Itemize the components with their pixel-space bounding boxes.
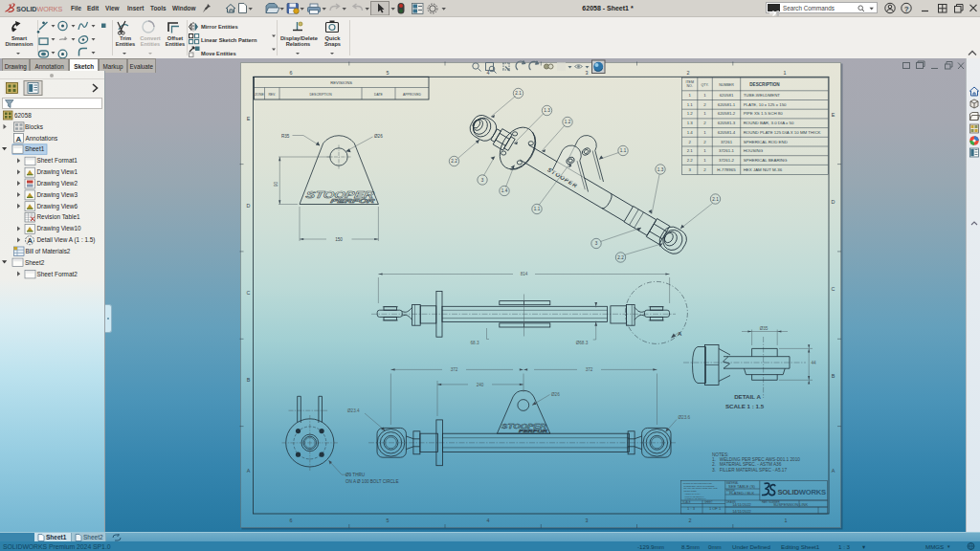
svg-text:1: 1 [784,70,787,76]
svg-text:2.1: 2.1 [515,91,522,96]
svg-text:A: A [247,468,251,474]
svg-text:14/11/2022: 14/11/2022 [732,509,751,514]
svg-text:D: D [247,203,251,209]
svg-text:A: A [678,331,682,337]
svg-text:4: 4 [487,518,490,523]
svg-text:2: 2 [688,140,691,144]
svg-text:620581-1: 620581-1 [718,102,736,107]
svg-text:PLATED / BLK: PLATED / BLK [729,491,754,496]
svg-text:37261-2: 37261-2 [719,158,735,163]
svg-text:2.1: 2.1 [712,197,719,202]
svg-text:620581-3: 620581-3 [718,121,736,125]
svg-text:1: 1 [688,93,691,98]
svg-text:1 OF 1: 1 OF 1 [709,506,722,511]
svg-text:B: B [832,373,835,379]
svg-text:2.2: 2.2 [617,255,624,260]
svg-text:3: 3 [595,241,598,246]
svg-text:620581-2: 620581-2 [718,111,736,116]
svg-text:1.1: 1.1 [534,207,541,211]
svg-text:B: B [247,377,251,383]
svg-text:1.3: 1.3 [544,108,550,113]
svg-text:D: D [832,199,835,205]
svg-text:REV.: REV. [268,93,276,97]
svg-text:1.1: 1.1 [620,148,627,153]
svg-text:E: E [832,112,835,118]
svg-text:A: A [28,236,33,245]
svg-text:PERFOR: PERFOR [330,199,376,205]
svg-text:C: C [832,286,835,292]
svg-text:H-778965: H-778965 [717,167,736,172]
svg-text:1.2: 1.2 [687,111,694,116]
svg-text:PERFOR: PERFOR [519,429,547,433]
svg-text:68.3: 68.3 [471,341,479,345]
svg-text:SHEET: SHEET [704,500,713,504]
svg-text:REVISIONS: REVISIONS [330,80,352,85]
svg-text:SOLIDWORKS: SOLIDWORKS [778,488,826,496]
svg-text:ZONE: ZONE [255,93,264,97]
svg-text:Ø35: Ø35 [760,326,768,331]
svg-text:DRAWN AND TOLERANCED PER ASME: DRAWN AND TOLERANCED PER ASME [684,487,719,489]
svg-text:Ø68.3: Ø68.3 [576,341,589,345]
svg-text:2: 2 [703,121,706,125]
svg-text:NOTES:: NOTES: [712,452,728,457]
svg-text:3. FILLER MATERIAL SPEC - A5: 3. FILLER MATERIAL SPEC - A5.17 [712,468,788,473]
svg-text:620581: 620581 [720,93,734,98]
svg-text:?: ? [904,5,909,13]
svg-text:APPROVED: APPROVED [403,93,421,97]
svg-text:1.4: 1.4 [501,188,508,193]
svg-text:1: 1 [703,148,706,153]
svg-text:R35: R35 [281,134,290,139]
svg-text:90: 90 [274,182,278,187]
svg-text:E: E [247,116,251,121]
svg-text:HOUSING: HOUSING [744,148,764,153]
svg-text:2.2: 2.2 [687,158,694,163]
svg-text:2: 2 [689,518,692,523]
svg-text:Ø26: Ø26 [374,134,383,139]
svg-text:1.3: 1.3 [687,121,694,125]
svg-text:HEX JAM NUT M-36: HEX JAM NUT M-36 [744,167,783,172]
svg-text:2: 2 [703,167,706,172]
svg-text:1: 1 [703,130,706,135]
svg-text:3: 3 [481,178,484,183]
svg-text:1: 1 [703,111,706,116]
svg-text:2.2: 2.2 [451,159,457,164]
svg-text:DESCRIPTION: DESCRIPTION [309,93,332,97]
svg-text:NO.: NO. [687,84,693,88]
svg-text:2: 2 [703,140,706,144]
svg-text:ROUND BAR, 3.0 DIA x 50: ROUND BAR, 3.0 DIA x 50 [744,121,794,125]
svg-text:PLATE, 10 x 125 x 150: PLATE, 10 x 125 x 150 [744,102,787,107]
svg-text:814: 814 [521,272,528,276]
svg-text:5: 5 [387,518,390,523]
svg-text:5: 5 [387,70,390,76]
svg-text:DESCRIPTION: DESCRIPTION [749,82,780,87]
svg-text:SUSPENSION LINK: SUSPENSION LINK [773,502,809,507]
svg-text:SCALE: SCALE [682,500,691,504]
svg-text:DIMENSIONS ARE IN MILLIMETERS: DIMENSIONS ARE IN MILLIMETERS [684,485,716,487]
svg-text:14/11/2022: 14/11/2022 [732,502,751,507]
svg-text:3: 3 [586,518,589,523]
svg-text:SOLIDWORKS: SOLIDWORKS [16,5,62,13]
svg-text:UNLESS OTHERWISE SPECIFIED:: UNLESS OTHERWISE SPECIFIED: [683,482,713,484]
svg-text:1: 1 [703,93,706,98]
svg-text:620581-4: 620581-4 [718,130,736,135]
svg-text:372: 372 [586,367,593,372]
svg-text:Ø9 THRU: Ø9 THRU [345,473,365,477]
svg-text:3: 3 [688,167,691,172]
svg-text:Ø23.4: Ø23.4 [347,408,360,413]
svg-text:A: A [832,468,835,474]
svg-text:Ø26: Ø26 [551,392,560,397]
svg-text:SEE TABLE (S): SEE TABLE (S) [728,484,756,489]
svg-text:2.1: 2.1 [687,148,694,153]
svg-text:A: A [16,135,22,143]
svg-text:QTY.: QTY. [702,83,709,87]
svg-text:1: 1 [785,518,788,523]
svg-text:2: 2 [703,102,706,107]
svg-text:PIPE XS 1.5 SCH 80: PIPE XS 1.5 SCH 80 [744,111,784,116]
svg-text:Ø23.6: Ø23.6 [679,415,691,420]
svg-text:SPHERICAL BEARING: SPHERICAL BEARING [744,158,788,163]
svg-text:6: 6 [290,518,293,523]
svg-text:6: 6 [290,70,293,76]
svg-text:372: 372 [451,367,458,372]
svg-text:TUBE-WELDMENT: TUBE-WELDMENT [744,93,781,98]
svg-text:1.3: 1.3 [657,167,664,172]
